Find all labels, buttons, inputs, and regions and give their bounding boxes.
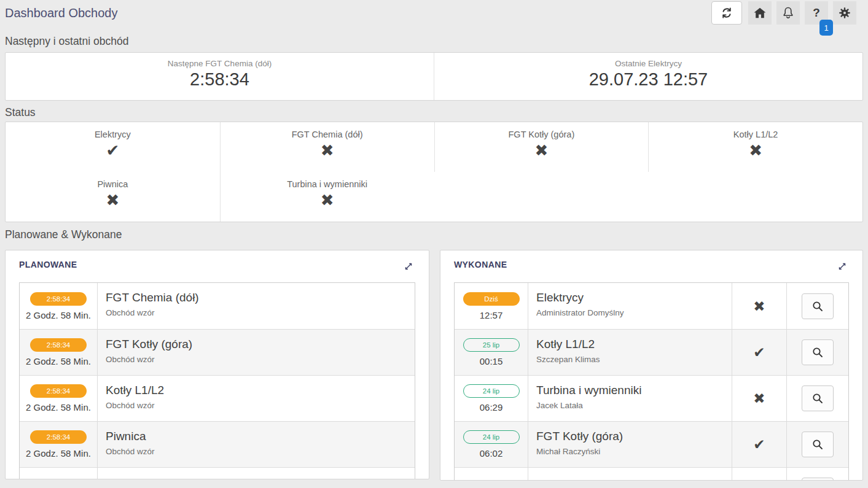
done-row-left: 25 lip00:15 — [455, 330, 528, 375]
done-row-status: ✔ — [732, 330, 786, 375]
dashboard-page: Dashboard Obchody — [0, 0, 868, 488]
done-row-left: Dziś12:57 — [455, 283, 528, 329]
planned-row-left: 2:58:342 Godz. 58 Min. — [20, 422, 98, 467]
round-title: Kotły L1/L2 — [106, 384, 407, 397]
status-label: FGT Chemia (dół) — [221, 130, 434, 139]
status-cross-icon: ✖ — [221, 191, 434, 210]
last-round-label: Ostatnie Elektrycy — [434, 59, 862, 68]
planned-row-main: FGT Kotły (góra)Obchód wzór — [98, 330, 415, 375]
inspect-button[interactable] — [802, 339, 834, 365]
bell-icon — [782, 6, 794, 20]
planned-row: 2:58:342 Godz. 58 Min.FGT Kotły (góra)Ob… — [20, 329, 415, 375]
round-title: Elektrycy — [536, 291, 724, 304]
duration-text: 2 Godz. 58 Min. — [26, 448, 91, 459]
result-cross-icon: ✖ — [753, 298, 765, 314]
time-text: 06:29 — [480, 402, 503, 412]
notifications-button[interactable] — [776, 1, 800, 25]
planned-row: 2:58:342 Godz. 58 Min.FGT Chemia (dół)Ob… — [20, 283, 415, 329]
question-icon: ? — [813, 6, 820, 20]
status-card: Elektrycy✔FGT Chemia (dół)✖FGT Kotły (gó… — [5, 122, 863, 222]
date-badge: 25 lip — [463, 338, 520, 352]
status-label: FGT Kotły (góra) — [435, 130, 649, 139]
done-row: 24 lip06:02FGT Kotły (góra)Michał Raczyń… — [455, 421, 848, 467]
round-template: Obchód wzór — [106, 447, 407, 456]
status-cell: FGT Kotły (góra)✖ — [434, 122, 649, 172]
next-round-panel: Następne FGT Chemia (dół) 2:58:34 — [6, 53, 434, 100]
result-check-icon: ✔ — [753, 436, 765, 452]
done-row-actions — [786, 283, 848, 329]
round-title: Piwnica — [106, 430, 407, 443]
planned-row-main: Kotły L1/L2Obchód wzór — [98, 376, 415, 421]
done-row: 24 lip06:29Turbina i wymiennikiJacek Lat… — [455, 375, 848, 421]
inspect-button[interactable] — [802, 478, 834, 481]
status-label: Turbina i wymienniki — [221, 179, 434, 189]
countdown-badge: 2:58:34 — [30, 292, 87, 306]
round-title: Kotły L1/L2 — [536, 338, 724, 351]
settings-button[interactable] — [833, 1, 856, 25]
status-cross-icon: ✖ — [6, 191, 220, 210]
done-row-status: ✖ — [732, 376, 786, 421]
search-icon — [811, 438, 824, 451]
done-row-main: Kotły L1/L2Szczepan Klimas — [528, 330, 732, 375]
done-row-actions — [786, 422, 848, 467]
status-cell: Elektrycy✔ — [6, 122, 220, 172]
planned-list: 2:58:342 Godz. 58 Min.FGT Chemia (dół)Ob… — [19, 282, 415, 479]
result-check-icon: ✔ — [753, 344, 765, 360]
planned-card: PLANOWANE 2:58:342 Godz. 58 Min.FGT Chem… — [5, 250, 429, 479]
done-row-status: ✖ — [732, 283, 786, 329]
duration-text: 2 Godz. 58 Min. — [26, 310, 91, 320]
round-template: Obchód wzór — [106, 355, 407, 364]
last-round-datetime: 29.07.23 12:57 — [434, 69, 862, 90]
planned-card-title: PLANOWANE — [19, 260, 77, 269]
done-row-left — [455, 468, 528, 481]
home-icon — [753, 7, 767, 19]
countdown-badge: 2:58:34 — [30, 338, 87, 352]
next-round-label: Następne FGT Chemia (dół) — [6, 59, 434, 68]
done-row-left: 24 lip06:29 — [455, 376, 528, 421]
done-row: Dziś12:57ElektrycyAdministrator Domyślny… — [455, 283, 848, 329]
status-cross-icon: ✖ — [649, 141, 862, 160]
inspect-button[interactable] — [802, 293, 834, 319]
time-text: 06:02 — [480, 448, 503, 459]
done-row-actions — [786, 330, 848, 375]
date-badge: 24 lip — [463, 384, 520, 398]
status-cell: FGT Chemia (dół)✖ — [220, 122, 434, 172]
done-expand-button[interactable] — [835, 260, 849, 273]
time-text: 12:57 — [480, 310, 503, 320]
search-icon — [811, 392, 824, 405]
home-button[interactable] — [748, 1, 772, 25]
countdown-badge: 2:58:34 — [30, 384, 87, 398]
status-label: Elektrycy — [6, 130, 220, 139]
inspect-button[interactable] — [802, 385, 834, 411]
notification-count-badge[interactable]: 1 — [819, 20, 833, 36]
inspect-button[interactable] — [802, 432, 834, 457]
planned-row: 2:58:342 Godz. 58 Min.Kotły L1/L2Obchód … — [20, 375, 415, 421]
status-cross-icon: ✖ — [221, 141, 434, 160]
round-title: FGT Chemia (dół) — [106, 291, 407, 304]
refresh-button[interactable] — [711, 1, 742, 25]
status-cell: Piwnica✖ — [6, 172, 220, 222]
operator-name: Jacek Latała — [536, 401, 724, 410]
status-cell: Kotły L1/L2✖ — [648, 122, 862, 172]
section-heading-next-last: Następny i ostatni obchód — [5, 35, 128, 48]
planned-card-header: PLANOWANE — [6, 250, 429, 282]
section-heading-planned-done: Planowane & Wykonane — [5, 228, 122, 241]
status-label: Kotły L1/L2 — [649, 130, 862, 139]
done-card-header: WYKONANE — [440, 250, 862, 282]
planned-row-main: PiwnicaObchód wzór — [98, 422, 415, 467]
round-title: Turbina i wymienniki — [536, 384, 724, 397]
page-title: Dashboard Obchody — [5, 6, 117, 20]
planned-expand-button[interactable] — [402, 260, 415, 273]
done-list: Dziś12:57ElektrycyAdministrator Domyślny… — [454, 282, 849, 481]
status-label: Piwnica — [6, 179, 220, 189]
next-last-card: Następne FGT Chemia (dół) 2:58:34 Ostatn… — [5, 52, 863, 101]
expand-icon — [837, 265, 848, 274]
search-icon — [811, 346, 824, 358]
done-row: 25 lip00:15Kotły L1/L2Szczepan Klimas✔ — [455, 329, 848, 375]
done-row-main — [528, 468, 732, 481]
operator-name: Michał Raczyński — [536, 447, 724, 456]
operator-name: Szczepan Klimas — [536, 355, 724, 364]
expand-icon — [403, 265, 414, 274]
done-row-main: FGT Kotły (góra)Michał Raczyński — [528, 422, 732, 467]
planned-row-main: FGT Chemia (dół)Obchód wzór — [98, 283, 415, 329]
